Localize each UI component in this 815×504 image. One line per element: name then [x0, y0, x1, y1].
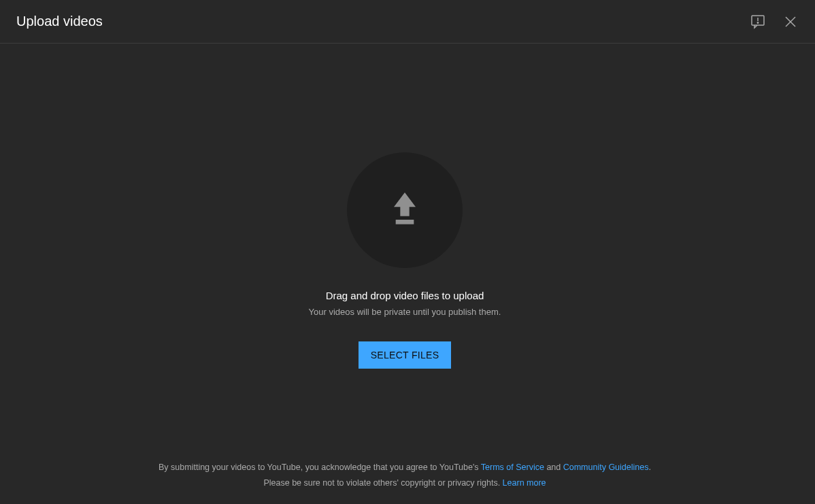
upload-heading: Drag and drop video files to upload	[326, 290, 484, 301]
header-actions	[750, 14, 799, 30]
footer-text: By submitting your videos to YouTube, yo…	[159, 463, 481, 472]
upload-dropzone[interactable]	[347, 152, 463, 268]
upload-icon	[383, 187, 427, 233]
footer-legal: By submitting your videos to YouTube, yo…	[0, 460, 810, 492]
footer-text: and	[544, 463, 563, 472]
dialog-header: Upload videos	[0, 0, 815, 44]
guidelines-link[interactable]: Community Guidelines	[563, 463, 649, 472]
select-files-button[interactable]: SELECT FILES	[359, 341, 452, 369]
upload-content: Drag and drop video files to upload Your…	[0, 44, 810, 504]
svg-rect-5	[396, 220, 414, 224]
dialog-title: Upload videos	[16, 14, 103, 29]
feedback-icon[interactable]	[750, 14, 766, 30]
learn-more-link[interactable]: Learn more	[503, 478, 546, 488]
footer-text: .	[648, 463, 650, 472]
upload-subheading: Your videos will be private until you pu…	[309, 307, 501, 317]
svg-point-2	[757, 22, 758, 22]
upload-area: Drag and drop video files to upload Your…	[309, 152, 501, 369]
close-icon[interactable]	[782, 14, 799, 30]
terms-link[interactable]: Terms of Service	[481, 463, 544, 472]
footer-text: Please be sure not to violate others' co…	[263, 478, 502, 488]
